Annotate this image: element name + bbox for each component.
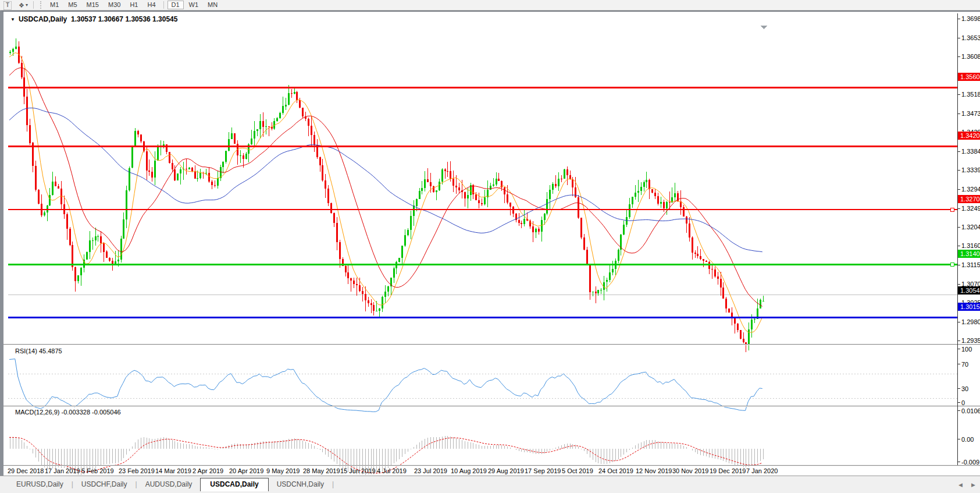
price-tick-dash (958, 265, 960, 265)
macd-tick-label: 0.00 (961, 436, 974, 443)
timeframe-button-w1[interactable]: W1 (185, 1, 203, 9)
splitter-main-rsi[interactable] (3, 344, 980, 345)
hline-1.34206[interactable] (8, 146, 957, 147)
price-tick-dash (958, 56, 960, 57)
rsi-tick-dash (958, 364, 960, 364)
date-label: 20 Apr 2019 (229, 467, 263, 474)
price-tick-label: 1.36980 (961, 15, 980, 22)
date-label: 30 Nov 2019 (672, 467, 708, 474)
text-label-tool-button[interactable]: T (3, 1, 12, 10)
collapse-arrow-icon[interactable]: ▼ (10, 17, 15, 22)
price-tick-label: 1.35180 (961, 91, 980, 98)
candles (9, 38, 764, 352)
chart-tab-bar: EURUSD,Daily|USDCHF,Daily|AUDUSD,DailyUS… (0, 476, 980, 493)
timeframe-button-m30[interactable]: M30 (104, 1, 124, 9)
splitter-macd-dates[interactable] (3, 465, 980, 466)
rsi-tick-label: 0 (961, 399, 965, 406)
macd-tick-label: -0.009181 (961, 459, 980, 466)
chart-tab-audusd[interactable]: AUDUSD,Daily (137, 478, 201, 491)
price-label-1.32700: 1.32700 (958, 195, 980, 203)
price-tick-label: 1.29800 (961, 318, 980, 325)
price-tick-label: 1.32040 (961, 224, 980, 230)
hline-1.31405[interactable] (8, 264, 957, 265)
current-price-label: 1.30545 (958, 286, 980, 295)
price-tick-dash (958, 322, 960, 322)
hline-1.30152[interactable] (8, 317, 957, 318)
price-tick-dash (958, 94, 960, 95)
tab-scroll-left-icon[interactable]: ◀ (958, 482, 963, 488)
date-label: 2 Apr 2019 (193, 467, 223, 474)
price-tick-label: 1.33390 (961, 166, 980, 173)
date-label: 7 Jan 2020 (746, 467, 778, 474)
splitter-rsi-macd[interactable] (3, 406, 980, 407)
timeframe-button-m1[interactable]: M1 (46, 1, 63, 9)
timeframe-button-d1[interactable]: D1 (168, 1, 184, 9)
date-label: 17 Sep 2019 (525, 467, 561, 474)
timeframe-button-h1[interactable]: H1 (126, 1, 142, 9)
price-tick-dash (958, 189, 960, 190)
timeframe-button-mn[interactable]: MN (204, 1, 222, 9)
date-label: 5 Oct 2019 (562, 467, 593, 474)
price-tick-label: 1.31150 (961, 261, 980, 268)
price-tick-label: 1.32940 (961, 186, 980, 193)
macd-panel[interactable] (8, 417, 957, 476)
chevron-down-icon[interactable]: ▾ (26, 2, 28, 8)
date-label: 23 Jul 2019 (414, 467, 447, 474)
price-tick-dash (958, 170, 960, 171)
price-tick-label: 1.31600 (961, 242, 980, 249)
price-tick-label: 1.36530 (961, 34, 980, 41)
hline-grey[interactable] (8, 295, 957, 295)
date-label: 29 Dec 2018 (8, 467, 44, 474)
timeframe-button-group: M1M5M15M30H1H4D1W1MN (45, 1, 222, 9)
price-tick-dash (958, 19, 960, 19)
chart-shift-marker-icon[interactable] (760, 26, 767, 29)
price-label-1.30152: 1.30152 (958, 303, 980, 311)
rsi-tick-label: 70 (961, 361, 968, 368)
chart-tab-eurusd[interactable]: EURUSD,Daily (8, 478, 72, 491)
price-label-1.31405: 1.31405 (958, 250, 980, 258)
timeframe-button-m15[interactable]: M15 (83, 1, 103, 9)
date-label: 9 May 2019 (266, 467, 300, 474)
price-chart-area[interactable] (8, 24, 957, 354)
hline-handle[interactable] (950, 263, 954, 266)
rsi-label: RSI(14) 45.4875 (15, 347, 62, 354)
hline-1.35606[interactable] (8, 87, 957, 88)
title-ohlc: 1.30537 1.30667 1.30536 1.30545 (71, 15, 178, 23)
chart-tab-usdcad[interactable]: USDCAD,Daily (200, 478, 268, 491)
price-tick-dash (958, 284, 960, 285)
price-label-1.34206: 1.34206 (958, 132, 980, 140)
rsi-tick-dash (958, 388, 960, 389)
timeframe-button-h4[interactable]: H4 (143, 1, 159, 9)
date-label: 24 Oct 2019 (598, 467, 633, 474)
arrange-windows-icon[interactable]: ❖ (19, 1, 24, 9)
chart-tab-usdcnh[interactable]: USDCNH,Daily (269, 478, 332, 491)
date-label: 10 Aug 2019 (451, 467, 487, 474)
price-tick-label: 1.33840 (961, 148, 980, 155)
chart-tab-usdchf[interactable]: USDCHF,Daily (73, 478, 136, 491)
price-tick-dash (958, 227, 960, 228)
tab-separator: | (332, 478, 334, 491)
tab-scroll-right-icon[interactable]: ▶ (971, 482, 975, 488)
price-axis-line (957, 13, 958, 465)
rsi-tick-dash (958, 402, 960, 403)
date-label: 12 Nov 2019 (636, 467, 672, 474)
rsi-tick-label: 100 (961, 346, 972, 353)
hline-1.32700[interactable] (8, 209, 957, 210)
date-label: 5 Feb 2019 (81, 467, 114, 474)
macd-tick-dash (958, 462, 960, 462)
date-label: 17 Jan 2019 (45, 467, 80, 474)
price-tick-dash (958, 151, 960, 152)
toolbar-grip[interactable] (40, 1, 43, 9)
price-tick-label: 1.34730 (961, 110, 980, 117)
price-tick-dash (958, 38, 960, 38)
tab-row: EURUSD,Daily|USDCHF,Daily|AUDUSD,DailyUS… (8, 478, 334, 491)
chart-title: ▼USDCAD,Daily 1.30537 1.30667 1.30536 1.… (10, 15, 177, 23)
timeframe-button-m5[interactable]: M5 (64, 1, 81, 9)
rsi-panel[interactable] (8, 356, 957, 416)
date-label: 14 Mar 2019 (155, 467, 191, 474)
chart-window: ▼USDCAD,Daily 1.30537 1.30667 1.30536 1.… (0, 10, 980, 476)
hline-handle[interactable] (950, 208, 954, 211)
macd-tick-dash (958, 439, 960, 439)
rsi-line (9, 359, 762, 412)
macd-tick-label: 0.010615 (961, 407, 980, 414)
